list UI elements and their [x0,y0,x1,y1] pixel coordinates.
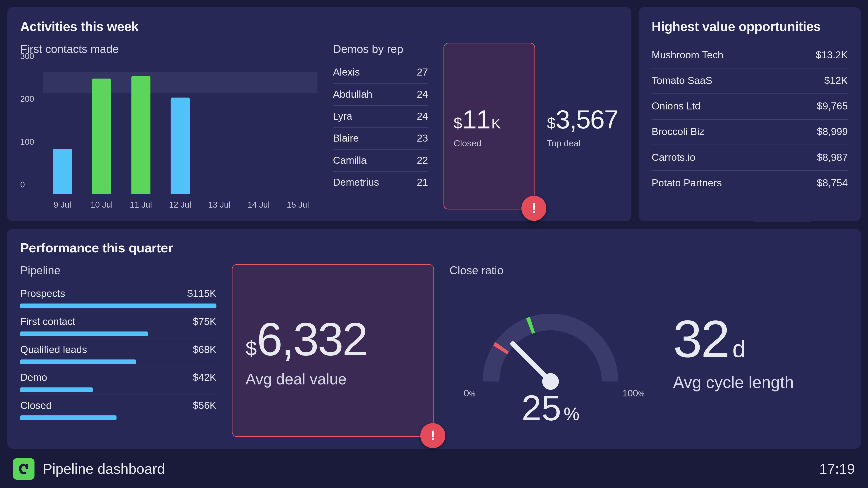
pipeline-value: $42K [193,372,216,384]
closed-kpi-value: 11 [462,104,490,134]
demo-name: Abdullah [333,89,372,101]
bar [131,76,150,194]
pipeline-row: First contact$75K [20,311,216,339]
opportunity-value: $8,999 [817,126,848,138]
x-tick: 14 Jul [239,200,278,209]
first-contacts-chart: First contacts made 0100200300 9 Jul10 J… [20,43,317,209]
pipeline-bar [20,360,136,364]
gauge-max: 100 [622,388,638,398]
pipeline-value: $68K [193,344,216,356]
pipeline-bar [20,332,148,336]
pipeline-title: Pipeline [20,264,216,277]
demo-name: Camilla [333,155,367,167]
bar-slot [239,65,278,194]
footer-title: Pipeline dashboard [43,461,165,477]
demo-count: 21 [417,177,428,189]
pipeline-row: Closed$56K [20,395,216,423]
opportunity-name: Mushroom Tech [652,49,723,61]
bar-slot [121,65,161,194]
avg-deal-label: Avg deal value [246,370,420,389]
alert-icon[interactable]: ! [421,423,445,448]
footer-clock: 17:19 [819,461,855,477]
opportunity-row: Potato Partners$8,754 [652,171,848,196]
activities-panel: Activities this week First contacts made… [7,7,631,221]
pipeline-stage: First contact [20,316,75,328]
avg-deal-prefix: $ [246,337,257,360]
demo-row: Abdullah24 [333,84,428,106]
top-deal-value: 3,567 [556,104,618,134]
y-tick: 300 [20,51,34,61]
opportunities-panel: Highest value opportunities Mushroom Tec… [639,7,861,221]
demo-row: Alexis27 [333,62,428,84]
footer: Pipeline dashboard 17:19 [7,456,861,481]
close-ratio-col: Close ratio 0% [450,264,651,437]
cycle-label: Avg cycle length [673,373,848,392]
bar-slot [278,65,318,194]
x-tick: 13 Jul [200,200,239,209]
pipeline-row: Prospects$115K [20,283,216,311]
demo-count: 24 [417,111,428,123]
pipeline-row: Qualified leads$68K [20,338,216,367]
top-deal-kpi: $ 3,567 Top deal [547,43,618,209]
pipeline-col: Pipeline Prospects$115KFirst contact$75K… [20,264,216,437]
x-tick: 10 Jul [82,200,121,209]
opportunity-name: Onions Ltd [652,101,701,113]
demo-row: Camilla22 [333,150,428,172]
pipeline-value: $56K [193,400,216,412]
pipeline-bar [20,303,216,308]
gauge-min: 0 [464,388,469,398]
x-tick: 15 Jul [278,200,318,209]
y-tick: 100 [20,137,34,146]
opportunity-row: Tomato SaaS$12K [652,68,848,94]
opportunity-value: $13.2K [816,49,848,61]
demo-row: Lyra24 [333,106,428,128]
opportunity-row: Carrots.io$8,987 [652,145,848,171]
pipeline-row: Demo$42K [20,367,216,395]
opportunity-row: Broccoli Biz$8,999 [652,120,848,145]
opportunity-name: Broccoli Biz [652,126,705,138]
app-logo-icon [13,458,35,480]
cycle-length-col: 32 d Avg cycle length [667,264,848,437]
demo-count: 27 [417,67,428,79]
closed-kpi-prefix: $ [454,114,462,132]
pipeline-stage: Closed [20,400,52,412]
pipeline-value: $75K [193,316,216,328]
cycle-value: 32 [673,309,729,369]
opportunity-value: $8,987 [817,152,848,164]
close-ratio-title: Close ratio [450,264,651,277]
demo-name: Alexis [333,67,360,79]
bar-slot [43,65,82,194]
bar [170,98,190,194]
top-deal-prefix: $ [547,114,556,132]
opportunity-name: Tomato SaaS [652,75,712,87]
x-tick: 12 Jul [160,200,200,209]
close-ratio-suffix: % [563,404,579,424]
alert-icon[interactable]: ! [522,196,546,221]
pipeline-stage: Qualified leads [20,344,87,356]
demo-name: Blaire [333,133,359,145]
opportunity-name: Potato Partners [652,177,722,189]
cycle-unit: d [733,336,746,362]
close-ratio-gauge [467,292,633,393]
demos-by-rep: Demos by rep Alexis27Abdullah24Lyra24Bla… [333,43,428,209]
demo-count: 24 [417,89,428,101]
bar-slot [160,65,200,194]
opportunity-value: $12K [824,75,848,87]
bar-slot [200,65,239,194]
closed-kpi-suffix: K [491,115,501,132]
opportunity-value: $8,754 [817,177,848,189]
close-ratio-value: 25 [522,387,561,428]
activities-title: Activities this week [20,19,618,34]
x-tick: 11 Jul [121,200,161,209]
first-contacts-title: First contacts made [20,43,317,56]
y-tick: 200 [20,94,34,103]
pipeline-stage: Prospects [20,288,65,300]
performance-title: Performance this quarter [20,240,848,256]
opportunity-row: Onions Ltd$9,765 [652,94,848,120]
avg-deal-value: 6,332 [257,312,367,367]
opportunity-name: Carrots.io [652,152,695,164]
pipeline-value: $115K [187,288,216,300]
bar [53,149,72,194]
demo-row: Demetrius21 [333,172,428,193]
x-tick: 9 Jul [43,200,82,209]
